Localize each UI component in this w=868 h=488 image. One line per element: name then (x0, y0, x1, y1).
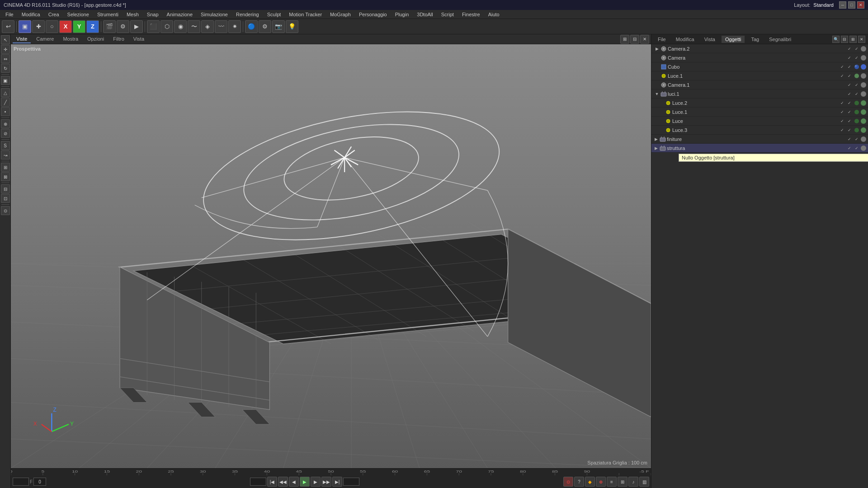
obj-expand-cubo[interactable] (654, 64, 660, 70)
obj-env[interactable]: 🔵 (245, 20, 258, 33)
lt-knife[interactable]: ⊘ (1, 129, 10, 138)
lt-bend[interactable]: ↝ (1, 150, 10, 160)
mode-model[interactable]: ▣ (19, 20, 31, 33)
menu-simulazione[interactable]: Simulazione (197, 11, 231, 18)
lt-move[interactable]: ✛ (1, 45, 10, 54)
obj-light[interactable]: 💡 (286, 20, 298, 33)
transport-skip-start[interactable]: |◀ (267, 477, 277, 487)
obj-row-luce11[interactable]: Luce.1 ✓ ✓ (651, 108, 868, 117)
menu-rendering[interactable]: Rendering (232, 11, 263, 18)
rpanel-tab-file[interactable]: File (654, 36, 670, 43)
tab-viste[interactable]: Viste (13, 35, 31, 43)
menu-strumenti[interactable]: Strumenti (94, 11, 122, 18)
lt-rotate[interactable]: ↻ (1, 64, 10, 73)
obj-check-render[interactable]: ✓ (854, 46, 860, 52)
obj-expand-luce1[interactable] (654, 73, 660, 79)
lt-magnet[interactable]: ⊕ (1, 119, 10, 128)
obj-check-visible-cubo[interactable]: ✓ (839, 64, 845, 70)
viewport-3d[interactable]: Y Z X Prospettiva Spaziatura Griglia : 1… (11, 44, 651, 468)
rpanel-tab-tag[interactable]: Tag (747, 36, 763, 43)
lt-array[interactable]: ⊠ (1, 172, 10, 181)
obj-row-cubo[interactable]: Cubo ✓ ✓ (651, 62, 868, 71)
tab-mostra[interactable]: Mostra (59, 35, 82, 43)
record-info[interactable]: ? (574, 477, 584, 487)
lt-sculpt[interactable]: ⊙ (1, 206, 10, 215)
obj-row-luce2[interactable]: Luce.2 ✓ ✓ (651, 99, 868, 108)
rpanel-maximize[interactable]: ⊞ (849, 36, 857, 43)
obj-cylinder[interactable]: ⬡ (160, 20, 173, 33)
render-to-picture[interactable]: 🎬 (103, 20, 116, 33)
close-button[interactable]: ✕ (857, 1, 864, 9)
menu-file[interactable]: File (2, 11, 17, 18)
menu-3dtoall[interactable]: 3DtoAll (413, 11, 436, 18)
lt-mirror[interactable]: ⊞ (1, 163, 10, 172)
rpanel-tab-segnalibri[interactable]: Segnalibri (765, 36, 795, 43)
obj-expand-luce2[interactable] (659, 100, 664, 106)
menu-modifica[interactable]: Modifica (18, 11, 44, 18)
transport-play[interactable]: ▶ (300, 477, 310, 487)
rpanel-tab-modifica[interactable]: Modifica (672, 36, 698, 43)
timeline-opts[interactable]: ≡ (607, 477, 617, 487)
render-settings[interactable]: ⚙ (117, 20, 129, 33)
obj-check-render-cubo[interactable]: ✓ (846, 64, 853, 70)
tool-x[interactable]: X (59, 20, 72, 33)
record-btn[interactable]: ⊙ (563, 477, 573, 487)
obj-expand-camera2[interactable]: ▶ (654, 46, 660, 52)
frame-fps[interactable] (33, 478, 46, 486)
rpanel-tab-oggetti[interactable]: Oggetti (722, 36, 745, 43)
lt-measure[interactable]: ⊡ (1, 194, 10, 203)
tab-vista[interactable]: Vista (130, 35, 148, 43)
menu-crea[interactable]: Crea (45, 11, 63, 18)
menu-sculpt[interactable]: Sculpt (264, 11, 285, 18)
obj-cube[interactable]: ⬛ (147, 20, 160, 33)
menu-snap[interactable]: Snap (143, 11, 162, 18)
obj-expand-camera1[interactable] (654, 82, 660, 88)
rpanel-tab-vista[interactable]: Vista (701, 36, 719, 43)
lt-poly[interactable]: △ (1, 88, 10, 97)
menu-mesh[interactable]: Mesh (123, 11, 142, 18)
mode-texture[interactable]: ○ (46, 20, 58, 33)
menu-script[interactable]: Script (438, 11, 458, 18)
lt-paint[interactable]: S (1, 141, 10, 150)
auto-keyframe[interactable]: ⊕ (596, 477, 606, 487)
undo-button[interactable]: ↩ (2, 20, 14, 33)
minimize-button[interactable]: ─ (839, 1, 846, 9)
obj-expand-camera[interactable] (654, 55, 660, 61)
obj-particle[interactable]: ✷ (228, 20, 241, 33)
lt-select[interactable]: ↖ (1, 35, 10, 44)
transport-prev-key[interactable]: ◀◀ (278, 477, 288, 487)
obj-row-struttura[interactable]: ▶ struttura ✓ ✓ (651, 144, 868, 153)
obj-nurbs[interactable]: ◈ (201, 20, 214, 33)
transport-skip-end[interactable]: ▶| (332, 477, 342, 487)
obj-check-render-camera[interactable]: ✓ (854, 55, 860, 61)
obj-row-luci1[interactable]: ▼ luci.1 ✓ ✓ (651, 89, 868, 99)
tab-opzioni[interactable]: Opzioni (84, 35, 108, 43)
menu-animazione[interactable]: Animazione (163, 11, 196, 18)
obj-expand-finiture[interactable]: ▶ (653, 136, 659, 142)
menu-mograph[interactable]: MoGraph (326, 11, 354, 18)
transport-prev-frame[interactable]: ◀ (289, 477, 299, 487)
viewport-maximize[interactable]: ⊞ (620, 35, 629, 44)
viewport-close[interactable]: ✕ (640, 35, 649, 44)
render-active[interactable]: ▶ (130, 20, 143, 33)
obj-row-camera2[interactable]: ▶ Camera.2 ✓ ✓ (651, 44, 868, 53)
maximize-button[interactable]: □ (848, 1, 855, 9)
frame-current[interactable]: 0 F (13, 478, 29, 486)
tab-camere[interactable]: Camere (33, 35, 57, 43)
lt-point[interactable]: • (1, 107, 10, 116)
obj-row-camera1[interactable]: Camera.1 ✓ ✓ (651, 80, 868, 89)
menu-selezione[interactable]: Selezione (64, 11, 93, 18)
rpanel-search[interactable]: 🔍 (832, 36, 840, 43)
obj-deform[interactable]: 〰 (215, 20, 227, 33)
obj-expand-struttura[interactable]: ▶ (653, 145, 659, 151)
obj-row-luce1[interactable]: Luce.1 ✓ ✓ (651, 71, 868, 80)
obj-row-finiture[interactable]: ▶ finiture ✓ ✓ (651, 135, 868, 144)
obj-row-camera[interactable]: Camera ✓ ✓ (651, 53, 868, 62)
lt-edge[interactable]: ╱ (1, 98, 10, 107)
mode-edit[interactable]: ✚ (32, 20, 45, 33)
add-keyframe[interactable]: ◆ (585, 477, 595, 487)
obj-check-visible[interactable]: ✓ (846, 46, 853, 52)
menu-plugin[interactable]: Plugin (392, 11, 413, 18)
obj-boole[interactable]: ◉ (174, 20, 187, 33)
obj-row-luce3[interactable]: Luce.3 ✓ ✓ (651, 126, 868, 135)
